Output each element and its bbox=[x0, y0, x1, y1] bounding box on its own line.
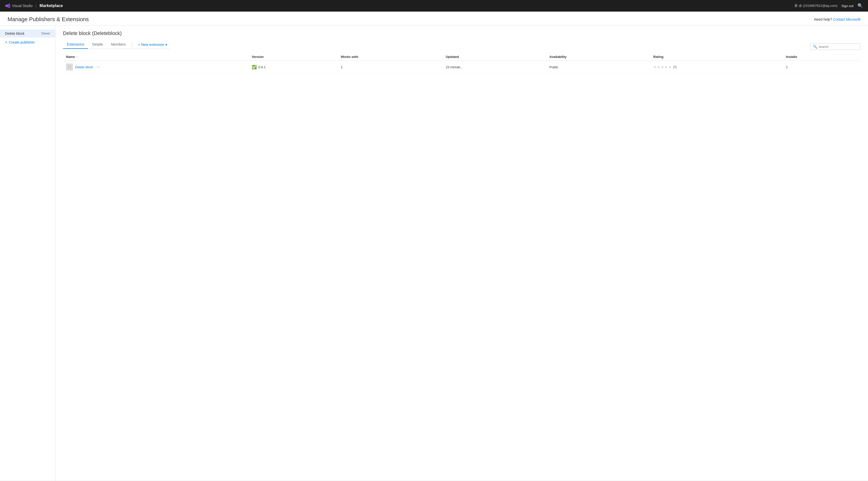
tab-bar: Extensions Details Members + New extensi… bbox=[63, 40, 170, 49]
table-row: Delete block ··· ✅ 0.0.1 1 23 minute... … bbox=[63, 61, 861, 73]
sidebar-publisher-role: Owner bbox=[41, 32, 50, 35]
sidebar-publisher-name: Delete block bbox=[5, 31, 24, 35]
star-1: ★ bbox=[653, 65, 656, 69]
cell-updated: 23 minute... bbox=[443, 61, 547, 73]
cell-rating: ★ ★ ★ ★ ★ (0) bbox=[650, 61, 783, 73]
vs-logo: Visual Studio bbox=[5, 3, 32, 8]
cell-works-with: 1 bbox=[338, 61, 443, 73]
version-value: 0.0.1 bbox=[258, 65, 266, 69]
tab-extensions[interactable]: Extensions bbox=[63, 40, 88, 49]
sidebar-publisher-item[interactable]: Delete block Owner bbox=[0, 29, 55, 37]
svg-rect-0 bbox=[68, 65, 69, 67]
page-header: Manage Publishers & Extensions Need help… bbox=[0, 11, 868, 25]
create-publisher-button[interactable]: + Create publisher bbox=[0, 37, 55, 47]
tab-divider bbox=[132, 42, 132, 47]
help-text: Need help? bbox=[814, 18, 832, 22]
top-navigation: Visual Studio | Marketplace 察 余 (1516667… bbox=[0, 0, 868, 11]
sort-arrow-icon: ↑ bbox=[76, 56, 78, 58]
extension-name-link[interactable]: Delete block bbox=[75, 65, 93, 69]
cell-version: ✅ 0.0.1 bbox=[249, 61, 338, 73]
col-updated: Updated bbox=[443, 53, 547, 61]
main-content: Delete block (Deleteblock) Extensions De… bbox=[55, 25, 868, 481]
marketplace-label: Marketplace bbox=[39, 3, 63, 8]
col-installs: Installs bbox=[783, 53, 861, 61]
nav-divider: | bbox=[35, 4, 36, 8]
vs-label: Visual Studio bbox=[12, 4, 32, 8]
publisher-title: Delete block (Deleteblock) bbox=[63, 30, 861, 36]
tabs-row: Extensions Details Members + New extensi… bbox=[63, 40, 861, 53]
plus-icon: + bbox=[5, 40, 7, 44]
tab-details[interactable]: Details bbox=[88, 40, 107, 49]
version-check-icon: ✅ bbox=[252, 65, 257, 69]
table-header: Name ↑ Version Works with Updated Availa… bbox=[63, 53, 861, 61]
star-5: ★ bbox=[669, 65, 672, 69]
global-search-icon[interactable]: 🔍 bbox=[858, 3, 863, 8]
new-extension-button[interactable]: + New extension ▾ bbox=[135, 41, 170, 48]
col-availability: Availability bbox=[546, 53, 650, 61]
more-options-button[interactable]: ··· bbox=[95, 64, 101, 70]
col-name: Name ↑ bbox=[63, 53, 249, 61]
plus-icon: + bbox=[138, 42, 140, 47]
search-input[interactable] bbox=[819, 45, 858, 49]
svg-rect-1 bbox=[70, 65, 71, 67]
star-2: ★ bbox=[657, 65, 660, 69]
user-info: 察 余 (1516667812@qq.com) bbox=[795, 3, 837, 8]
col-works-with: Works with bbox=[338, 53, 443, 61]
nav-right: 察 余 (1516667812@qq.com) Sign out 🔍 bbox=[795, 3, 863, 8]
search-box-icon: 🔍 bbox=[813, 44, 817, 49]
page-title: Manage Publishers & Extensions bbox=[7, 16, 89, 23]
vs-logo-icon bbox=[5, 3, 10, 8]
sign-out-button[interactable]: Sign out bbox=[841, 4, 854, 8]
main-layout: Delete block Owner + Create publisher De… bbox=[0, 25, 868, 481]
cell-availability: Public bbox=[546, 61, 650, 73]
svg-rect-2 bbox=[68, 67, 69, 69]
col-rating: Rating bbox=[650, 53, 783, 61]
create-publisher-label: Create publisher bbox=[9, 40, 35, 44]
cell-name: Delete block ··· bbox=[63, 61, 249, 73]
tab-members[interactable]: Members bbox=[107, 40, 130, 49]
help-section: Need help? Contact Microsoft bbox=[814, 18, 861, 22]
search-box[interactable]: 🔍 bbox=[810, 43, 861, 50]
dropdown-chevron-icon: ▾ bbox=[165, 42, 167, 47]
rating-count: (0) bbox=[673, 65, 677, 69]
name-cell: Delete block ··· bbox=[66, 63, 246, 70]
nav-left: Visual Studio | Marketplace bbox=[5, 3, 63, 8]
contact-microsoft-link[interactable]: Contact Microsoft bbox=[833, 18, 861, 22]
svg-rect-3 bbox=[70, 67, 71, 69]
extensions-table: Name ↑ Version Works with Updated Availa… bbox=[63, 53, 861, 73]
version-cell: ✅ 0.0.1 bbox=[252, 65, 335, 69]
table-body: Delete block ··· ✅ 0.0.1 1 23 minute... … bbox=[63, 61, 861, 73]
col-version: Version bbox=[249, 53, 338, 61]
star-3: ★ bbox=[661, 65, 664, 69]
extension-icon bbox=[66, 63, 73, 70]
star-4: ★ bbox=[664, 65, 668, 69]
cell-installs: 1 bbox=[783, 61, 861, 73]
sidebar: Delete block Owner + Create publisher bbox=[0, 25, 55, 481]
ext-icon-svg bbox=[67, 65, 71, 69]
stars-container: ★ ★ ★ ★ ★ (0) bbox=[653, 65, 780, 69]
